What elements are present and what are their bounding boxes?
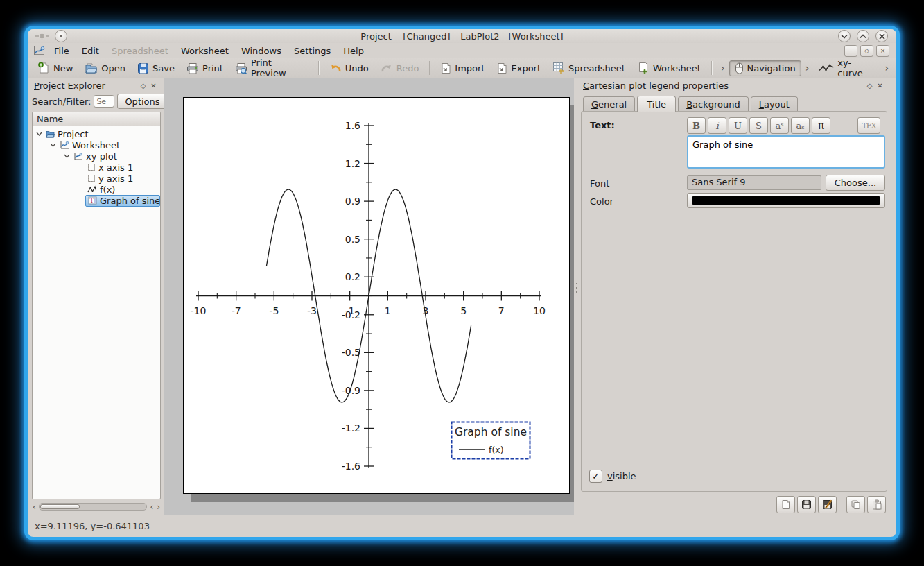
underline-button[interactable]: U [729,117,747,134]
bold-button[interactable]: B [687,117,706,134]
svg-text:Graph of sine: Graph of sine [455,426,527,438]
menu-windows[interactable]: Windows [235,44,288,58]
redo-button: Redo [375,60,425,76]
new-button[interactable]: New [32,60,78,76]
undo-button[interactable]: Undo [324,60,374,76]
close-button[interactable] [875,30,888,42]
scrollbar-track[interactable] [39,503,148,511]
xy-curve-button[interactable]: xy-curve [813,55,880,80]
tree-item-core[interactable]: y axis 1 [85,173,135,184]
svg-text:-0.2: -0.2 [342,309,360,320]
tree-item-core[interactable]: Worksheet [58,140,122,151]
open-folder-icon [85,62,98,74]
minimize-button[interactable] [838,30,851,42]
dock-close-icon[interactable]: ✕ [875,80,885,91]
load-template-button[interactable] [776,496,795,513]
worksheet-view[interactable]: -10-7-5-3-11357101.61.20.90.50.2-0.2-0.5… [164,78,574,515]
tree-item-graph-of-sine[interactable]: TGraph of sine [33,195,160,206]
window-menu-button[interactable] [55,30,67,42]
italic-button[interactable]: i [708,117,726,134]
mouse-icon [735,62,744,74]
expand-arrow-icon[interactable] [48,142,58,148]
dock-splitter[interactable] [574,78,579,515]
toolbar-extension-chevron-icon[interactable]: › [881,62,892,74]
toolbar-extension-chevron-icon[interactable]: › [802,62,813,74]
toolbar-separator [711,61,712,75]
tree-item-core[interactable]: f(x) [85,185,117,195]
menu-help[interactable]: Help [337,44,370,58]
explorer-horizontal-scrollbar[interactable]: ‹ ‹ › [32,501,161,512]
worksheet-page[interactable]: -10-7-5-3-11357101.61.20.90.50.2-0.2-0.5… [183,97,570,494]
svg-text:0.2: 0.2 [345,271,360,282]
mdi-float-button[interactable]: ◇ [860,45,873,57]
copy-properties-button[interactable] [846,496,865,513]
scrollbar-thumb[interactable] [40,504,80,509]
tree-item-core[interactable]: TGraph of sine [85,195,160,207]
plot-legend[interactable]: Graph of sinef(x) [452,422,530,459]
legend-title-textarea[interactable]: Graph of sine [687,135,885,169]
menu-edit[interactable]: Edit [76,44,105,58]
new-spreadsheet-button[interactable]: Spreadsheet [547,60,631,76]
tree-item-worksheet[interactable]: Worksheet [33,139,160,151]
export-button[interactable]: Export [491,60,546,76]
menu-worksheet[interactable]: Worksheet [175,44,235,58]
navigation-button[interactable]: Navigation [729,60,801,76]
font-color-button[interactable] [687,193,885,208]
dock-close-icon[interactable]: ✕ [148,80,159,91]
scroll-right-icon[interactable]: › [156,503,161,511]
options-button[interactable]: Options [117,94,167,109]
print-button[interactable]: Print [181,60,229,76]
scroll-left-icon[interactable]: ‹ [32,503,37,511]
menu-settings[interactable]: Settings [288,44,337,58]
tree-item-project[interactable]: Project [33,128,160,139]
expand-arrow-icon[interactable] [34,131,44,137]
print-preview-button[interactable]: Print Preview [229,55,313,80]
properties-tabs: General Title Background Layout [579,94,889,111]
export-label: Export [511,63,541,74]
search-filter-input[interactable] [94,95,114,108]
visible-checkbox[interactable]: ✓ [589,470,602,483]
scroll-left-icon[interactable]: ‹ [149,503,154,511]
menu-file[interactable]: File [48,44,76,58]
symbol-pi-button[interactable]: π [812,117,830,134]
new-worksheet-button[interactable]: Worksheet [631,60,706,76]
tab-background[interactable]: Background [678,96,749,111]
new-label: New [53,63,73,74]
axis-icon [87,174,96,182]
xy-curve-icon [819,64,834,72]
expand-arrow-icon[interactable] [62,153,71,159]
import-button[interactable]: Import [435,60,490,76]
toolbar-extension-chevron-icon[interactable]: › [717,62,729,74]
svg-text:-7: -7 [232,305,241,316]
strikethrough-button[interactable]: S [749,117,768,134]
choose-font-button[interactable]: Choose... [826,175,885,191]
worksheet-icon [60,141,69,149]
tab-title[interactable]: Title [637,96,676,112]
tree-item-xy-plot[interactable]: xy-plot [33,151,160,162]
mdi-restore-button[interactable] [844,45,857,57]
app-wave-icon [35,32,50,40]
save-button[interactable]: Save [132,60,180,76]
dock-float-icon[interactable]: ◇ [138,80,148,91]
maximize-button[interactable] [857,30,869,42]
tab-general[interactable]: General [583,96,635,111]
tree-column-header[interactable]: Name [33,112,160,126]
paste-properties-button[interactable] [867,496,886,513]
mdi-close-button[interactable]: × [876,45,889,57]
svg-text:7: 7 [498,305,505,316]
save-template-button[interactable] [797,496,816,513]
tree-item-core[interactable]: x axis 1 [85,162,135,173]
tree-item-y-axis-1[interactable]: y axis 1 [33,173,160,184]
superscript-button[interactable]: aˢ [770,117,789,134]
tree-item-x-axis-1[interactable]: x axis 1 [33,162,160,173]
save-template-as-button[interactable] [818,496,837,513]
xy-plot-chart[interactable]: -10-7-5-3-11357101.61.20.90.50.2-0.2-0.5… [184,98,569,493]
tree-item-core[interactable]: xy-plot [71,151,119,162]
titlebar[interactable]: Project [Changed] – LabPlot2 - [Workshee… [28,29,896,43]
open-button[interactable]: Open [79,60,131,76]
subscript-button[interactable]: aₛ [791,117,810,134]
dock-float-icon[interactable]: ◇ [864,80,875,91]
tree-item-f-x-[interactable]: f(x) [33,184,160,195]
tree-item-core[interactable]: Project [44,129,90,139]
tab-layout[interactable]: Layout [751,96,798,111]
